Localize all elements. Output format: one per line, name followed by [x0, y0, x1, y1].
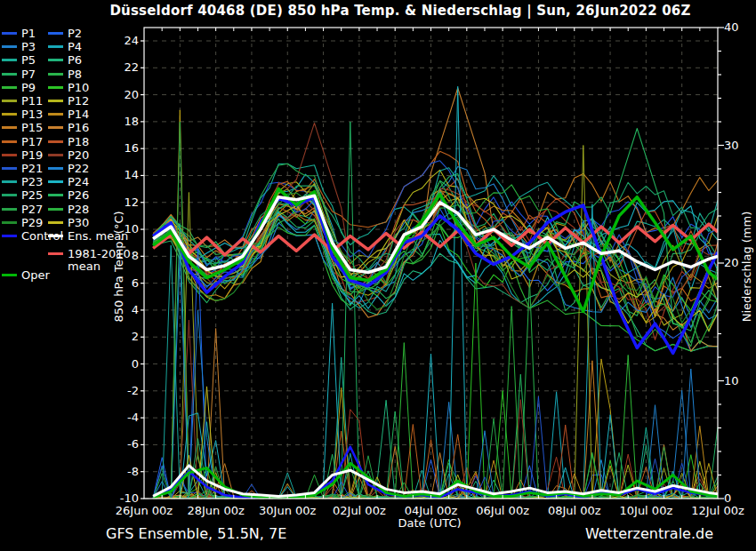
legend-color-sample [2, 59, 17, 61]
legend-item-p12: P12 [48, 95, 89, 107]
legend-item-p15: P15 [2, 122, 43, 133]
legend-color-sample [48, 221, 63, 224]
ensemble-member-precip-line [153, 255, 718, 499]
temp-tick-label: -10 [100, 491, 139, 505]
legend-label: P30 [68, 217, 89, 228]
legend-color-sample [48, 180, 63, 183]
ensemble-member-precip-line [153, 122, 718, 499]
legend-color-sample [2, 221, 17, 224]
legend-color-sample [48, 45, 63, 48]
ensemble-member-precip-line [153, 329, 718, 499]
legend-item-p19: P19 [2, 149, 43, 161]
meteogram: Düsseldorf 40468 (DE) 850 hPa Temp. & Ni… [0, 0, 756, 551]
legend-item-p3: P3 [2, 41, 36, 52]
legend-label: P16 [68, 122, 89, 133]
legend-color-sample [2, 167, 17, 170]
date-tick-label: 08Jul 00z [539, 504, 610, 517]
legend-label: P19 [21, 149, 43, 161]
legend-color-sample [48, 32, 63, 35]
legend-item-p30: P30 [48, 217, 89, 228]
legend-item-p27: P27 [2, 204, 43, 215]
series-line-control-precip [153, 447, 718, 499]
footer-brand: Wetterzentrale.de [585, 525, 713, 542]
legend-item-p1: P1 [2, 28, 36, 39]
legend-item-p4: P4 [48, 41, 82, 52]
legend-label: P1 [21, 28, 36, 39]
legend-item-p26: P26 [48, 189, 89, 201]
legend-item-p28: P28 [48, 204, 89, 215]
legend-color-sample [2, 140, 17, 143]
legend-item-p16: P16 [48, 122, 89, 133]
date-tick-label: 28Jun 00z [181, 504, 252, 517]
legend-color-sample [2, 100, 17, 102]
legend-color-sample [48, 113, 63, 116]
legend-color-sample [48, 126, 63, 129]
legend-label: P25 [21, 189, 43, 201]
precip-tick-label: 40 [724, 20, 751, 34]
legend-item-p20: P20 [48, 149, 89, 161]
legend-item-p9: P9 [2, 82, 36, 93]
legend-label: P4 [68, 41, 82, 52]
legend-item-p29: P29 [2, 217, 43, 228]
legend-label: P20 [68, 149, 89, 161]
legend-color-sample [2, 73, 17, 76]
legend-label: P14 [68, 108, 89, 120]
legend-label: P9 [21, 82, 36, 93]
legend-label: P5 [21, 54, 36, 66]
date-tick-label: 10Jul 00z [610, 504, 681, 517]
legend-item-p11: P11 [2, 95, 43, 107]
legend-item-p10: P10 [48, 82, 89, 93]
legend-label: P28 [68, 204, 89, 215]
legend-item-p22: P22 [48, 163, 89, 174]
legend-color-sample [2, 208, 17, 211]
precip-tick-label: 0 [724, 491, 751, 505]
temp-tick-label: 18 [100, 115, 139, 128]
legend-item-p25: P25 [2, 189, 43, 201]
date-tick-label: 30Jun 00z [252, 504, 323, 517]
temp-tick-label: -8 [100, 465, 139, 478]
legend-color-sample [48, 208, 63, 211]
legend-item-p21: P21 [2, 163, 43, 174]
legend-item-p14: P14 [48, 108, 89, 120]
legend-label: P11 [21, 95, 43, 107]
precip-tick-label: 10 [724, 374, 751, 387]
legend-item-p23: P23 [2, 176, 43, 188]
legend-color-sample [48, 100, 63, 102]
ensemble-member-precip-line [153, 122, 718, 499]
legend-label: P7 [21, 68, 36, 80]
legend-color-sample [2, 194, 17, 196]
date-tick-label: 26Jun 00z [109, 504, 180, 517]
legend-label: P15 [21, 122, 43, 133]
temp-tick-label: -2 [100, 384, 139, 397]
legend-label: P13 [21, 108, 43, 120]
legend-color-sample [2, 126, 17, 129]
legend-color-sample [2, 274, 17, 276]
y-axis-label-temp: 850 hPa Temp. (°C) [112, 160, 126, 373]
date-tick-label: 02Jul 00z [324, 504, 395, 517]
legend-color-sample [48, 86, 63, 89]
legend-item-p6: P6 [48, 54, 82, 66]
legend-label: P27 [21, 204, 43, 215]
legend-color-sample [48, 59, 63, 61]
legend-item-p2: P2 [48, 28, 82, 39]
legend-label: Oper [21, 269, 50, 281]
precip-tick-label: 30 [724, 139, 751, 152]
temp-tick-label: -6 [100, 437, 139, 451]
legend-item-p17: P17 [2, 136, 43, 148]
legend-color-sample [2, 32, 17, 35]
ensemble-member-precip-line [153, 245, 718, 499]
legend-label: P3 [21, 41, 36, 52]
legend-color-sample [2, 235, 17, 237]
legend-color-sample [2, 154, 17, 156]
legend-item-p24: P24 [48, 176, 89, 188]
temp-tick-label: 22 [100, 60, 139, 74]
legend-color-sample [48, 194, 63, 196]
temp-tick-label: 24 [100, 34, 139, 47]
series-line-1981-2010-mean [153, 224, 718, 255]
legend-color-sample [48, 140, 63, 143]
temp-tick-label: 20 [100, 88, 139, 101]
legend-item-p18: P18 [48, 136, 89, 148]
legend-color-sample [48, 235, 63, 237]
date-tick-label: 12Jul 00z [682, 504, 753, 517]
footer-model-info: GFS Ensemble, 51.5N, 7E [106, 525, 286, 542]
